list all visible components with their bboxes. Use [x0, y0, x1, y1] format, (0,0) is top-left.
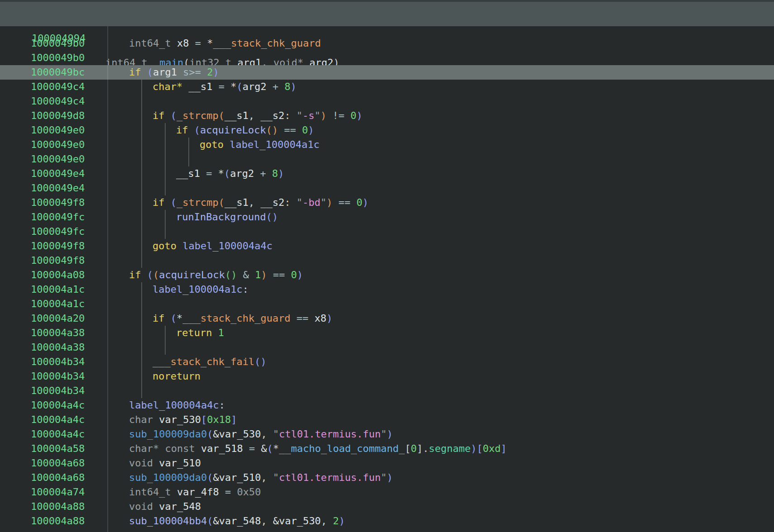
code-line[interactable]: 1000049c4	[0, 94, 774, 109]
token-var: &var_530	[273, 515, 321, 527]
code-line[interactable]: 1000049b0	[0, 51, 774, 65]
token-strq: "	[315, 110, 320, 121]
code-line[interactable]: 1000049f8goto label_100004a4c	[0, 239, 774, 253]
indent-guide	[141, 311, 142, 326]
token-p1: )	[471, 443, 477, 454]
code-line[interactable]: 1000049e0	[0, 152, 774, 166]
code-line[interactable]: 100004a20if (*___stack_chk_guard == x8)	[0, 311, 774, 326]
token-var: __s2	[260, 197, 284, 208]
indent-guide	[165, 138, 166, 152]
token-var: arg2	[243, 81, 267, 92]
code-line[interactable]: 1000049e4	[0, 181, 774, 195]
indent-guide	[188, 152, 189, 166]
token-p1: )	[278, 168, 284, 179]
code-line[interactable]: 100004a68void var_510	[0, 456, 774, 470]
code-area[interactable]: 1000049b0int64_t x8 = *___stack_chk_guar…	[0, 26, 774, 532]
code-line[interactable]: 100004a88sub_100004bb4(&var_548, &var_53…	[0, 514, 774, 528]
indent-guide	[141, 138, 142, 152]
line-address: 100004a74	[31, 485, 85, 499]
token-strq: "	[320, 197, 326, 208]
code-line[interactable]: 1000049e4__s1 = *(arg2 + 8)	[0, 166, 774, 181]
code-line[interactable]: 1000049c4char* __s1 = *(arg2 + 8)	[0, 80, 774, 94]
token-kw: goto	[200, 139, 224, 150]
function-header-row[interactable]: 100004994 int64_t _main(int32_t arg1, vo…	[0, 2, 774, 26]
token-p1: )	[339, 515, 345, 527]
token-var: arg2	[230, 168, 254, 179]
indent-guide	[165, 210, 166, 224]
code-line[interactable]: 100004a1c	[0, 297, 774, 311]
token-str: -bd	[302, 197, 320, 208]
indent-guide	[188, 138, 189, 152]
token-strq: "	[273, 472, 279, 483]
code-line[interactable]: 100004a08if ((acquireLock() & 1) == 0)	[0, 268, 774, 282]
token-var: __s1	[188, 81, 212, 92]
code-line[interactable]: 100004a38return 1	[0, 326, 774, 340]
code-line[interactable]: 100004b34noreturn	[0, 369, 774, 384]
token-op: &	[237, 269, 255, 280]
code-line[interactable]: 1000049d8if (_strcmp(__s1, __s2: "-s") !…	[0, 109, 774, 123]
token-num: 0x18	[207, 414, 231, 425]
token-plain	[153, 414, 159, 425]
indent-guide	[141, 195, 142, 210]
line-address: 100004b34	[31, 355, 85, 369]
code-line[interactable]: 100004a4clabel_100004a4c:	[0, 398, 774, 413]
token-p1: [	[477, 443, 483, 454]
token-numgray: 0x50	[237, 486, 261, 498]
code-line[interactable]: 100004a1clabel_100004a1c:	[0, 282, 774, 297]
code-line[interactable]: 100004a4cchar var_530[0x18]	[0, 413, 774, 427]
token-op: +	[267, 81, 285, 92]
indent-guide	[141, 340, 142, 355]
token-type: int64_t	[129, 486, 171, 498]
line-code: void var_548	[129, 499, 201, 514]
line-address: 1000049fc	[31, 224, 85, 239]
line-address: 100004a08	[31, 268, 85, 282]
line-address: 1000049c4	[31, 94, 85, 109]
code-line[interactable]: 100004a38	[0, 340, 774, 355]
token-p1: (	[236, 81, 242, 92]
token-p1: )	[387, 428, 393, 440]
token-p1: (	[147, 66, 153, 78]
code-line[interactable]: 1000049fcrunInBackground()	[0, 210, 774, 224]
code-line[interactable]: 1000049b0int64_t x8 = *___stack_chk_guar…	[0, 36, 774, 51]
code-line[interactable]: 1000049e0if (acquireLock() == 0)	[0, 123, 774, 138]
line-address: 1000049e0	[31, 152, 85, 166]
line-address: 1000049b0	[31, 51, 85, 65]
code-line[interactable]: 1000049f8if (_strcmp(__s1, __s2: "-bd") …	[0, 195, 774, 210]
indent-guide	[165, 326, 166, 340]
token-p2: )	[261, 269, 267, 280]
code-line[interactable]: 100004a4csub_100009da0(&var_530, "ctl01.…	[0, 427, 774, 442]
token-fblue: sub_100009da0	[129, 428, 207, 440]
token-plain	[153, 501, 159, 512]
code-line[interactable]: 1000049e0goto label_100004a1c	[0, 138, 774, 152]
token-plain	[171, 486, 177, 498]
token-op: ==	[332, 197, 356, 208]
token-var: __s1	[225, 110, 248, 121]
line-address: 100004a88	[31, 499, 85, 514]
code-line[interactable]: 1000049f8	[0, 253, 774, 268]
token-import: ___stack_chk_fail	[153, 356, 254, 367]
line-address: 1000049d8	[31, 109, 85, 123]
token-var: var_518	[201, 443, 243, 454]
code-line-selected[interactable]: 1000049bcif (arg1 s>= 2)	[0, 65, 774, 80]
token-var: arg1	[153, 66, 177, 78]
token-plain	[171, 38, 177, 49]
line-code: char* const var_518 = &(*__macho_load_co…	[129, 442, 507, 456]
indent-guide	[141, 210, 142, 224]
token-num: 0xd	[483, 443, 501, 454]
line-address: 100004a20	[31, 311, 85, 326]
token-plain: ,	[261, 472, 273, 483]
line-address: 100004a58	[31, 442, 85, 456]
code-line[interactable]: 1000049fc	[0, 224, 774, 239]
token-p1: (	[267, 443, 273, 454]
indent-guide	[165, 340, 166, 355]
token-var: &var_510	[213, 472, 261, 483]
token-fperi: acquireLock	[200, 124, 266, 136]
code-line[interactable]: 100004a68sub_100009da0(&var_510, "ctl01.…	[0, 470, 774, 485]
code-line[interactable]: 100004b34	[0, 384, 774, 398]
code-line[interactable]: 100004a88void var_548	[0, 499, 774, 514]
line-code: ___stack_chk_fail()	[153, 355, 267, 369]
token-plain: ,	[248, 110, 261, 121]
code-line[interactable]: 100004a58char* const var_518 = &(*__mach…	[0, 442, 774, 456]
code-line[interactable]: 100004b34___stack_chk_fail()	[0, 355, 774, 369]
code-line[interactable]: 100004a74int64_t var_4f8 = 0x50	[0, 485, 774, 499]
